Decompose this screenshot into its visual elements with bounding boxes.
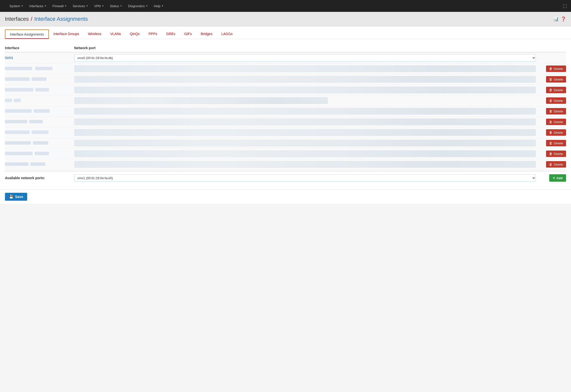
content-area: Interface Network port WAN vmx0 (00:0c:2… [0,39,571,190]
cell-blurred-interface [5,152,74,156]
cell-blurred-netport [74,129,539,136]
cell-wan-netport: vmx0 (00:0c:29:0e:fa:db) vmx1 (00:0c:29:… [74,54,539,62]
delete-button[interactable]: 🗑 Delete [546,65,566,72]
nav-item-diagnostics[interactable]: Diagnostics ▼ [126,3,150,9]
cell-blurred-interface [5,109,74,113]
tab-wireless[interactable]: Wireless [84,29,106,39]
chevron-down-icon: ▼ [86,5,88,7]
cell-blurred-netport [74,87,539,93]
cell-blurred-netport [74,118,539,125]
wan-link[interactable]: WAN [5,56,13,60]
footer-row: Available network ports: vmx1 (00:0c:29:… [5,171,566,185]
trash-icon: 🗑 [549,77,552,81]
cell-wan-interface: WAN [5,56,74,60]
save-button[interactable]: 💾 Save [5,193,27,201]
cell-blurred-action: 🗑 Delete [539,87,566,93]
chevron-down-icon: ▼ [120,5,122,7]
cell-blurred-interface [5,131,74,135]
table-row: 🗑 Delete [5,64,566,74]
save-disk-icon: 💾 [9,195,14,199]
cell-blurred-action: 🗑 Delete [539,65,566,72]
nav-item-help[interactable]: Help ▼ [151,3,166,9]
tab-interface-assignments[interactable]: Interface Assignments [5,29,49,39]
breadcrumb-parent[interactable]: Interfaces [5,16,29,22]
available-port-select-wrapper: vmx1 (00:0c:29:0e:fa:e5) vmx2 (00:0c:29:… [74,174,539,182]
cell-blurred-netport [74,97,539,104]
add-button[interactable]: + Add [549,174,566,182]
table-row: 🗑 Delete [5,95,566,106]
trash-icon: 🗑 [549,99,552,103]
delete-button[interactable]: 🗑 Delete [546,151,566,157]
table-row: 🗑 Delete [5,127,566,138]
delete-button[interactable]: 🗑 Delete [546,119,566,125]
trash-icon: 🗑 [549,162,552,166]
save-bar: 💾 Save [0,190,571,204]
cell-blurred-netport [74,76,539,83]
tab-bridges[interactable]: Bridges [196,29,217,39]
cell-blurred-interface [5,141,74,145]
cell-blurred-interface [5,120,74,124]
cell-blurred-netport [74,140,539,147]
col-header-interface: Interface [5,46,74,50]
tab-gifs[interactable]: GIFs [180,29,196,39]
delete-button[interactable]: 🗑 Delete [546,97,566,104]
cell-blurred-action: 🗑 Delete [539,161,566,168]
trash-icon: 🗑 [549,109,552,113]
chevron-down-icon: ▼ [21,5,23,7]
nav-item-interfaces[interactable]: Interfaces ▼ [27,3,49,9]
delete-button[interactable]: 🗑 Delete [546,108,566,114]
chevron-down-icon: ▼ [44,5,46,7]
available-port-select[interactable]: vmx1 (00:0c:29:0e:fa:e5) vmx2 (00:0c:29:… [74,174,536,182]
table-row: 🗑 Delete [5,159,566,170]
table-row: 🗑 Delete [5,117,566,127]
cell-blurred-interface [5,162,74,167]
table-row-wan: WAN vmx0 (00:0c:29:0e:fa:db) vmx1 (00:0c… [5,52,566,64]
help-icon[interactable]: ❓ [561,16,566,22]
table-row: 🗑 Delete [5,106,566,117]
cell-blurred-netport [74,150,539,157]
nav-item-vpn[interactable]: VPN ▼ [92,3,107,9]
wan-port-select[interactable]: vmx0 (00:0c:29:0e:fa:db) vmx1 (00:0c:29:… [74,54,536,62]
cell-blurred-action: 🗑 Delete [539,151,566,157]
breadcrumb-current: Interface Assignments [34,16,88,22]
signout-icon[interactable]: ⬚ [562,2,568,10]
trash-icon: 🗑 [549,141,552,145]
breadcrumb: Interfaces / Interface Assignments [5,16,88,22]
footer-action: + Add [539,174,566,182]
delete-button[interactable]: 🗑 Delete [546,140,566,146]
delete-button[interactable]: 🗑 Delete [546,76,566,83]
tab-qinqs[interactable]: QinQs [125,29,144,39]
chevron-down-icon: ▼ [102,5,104,7]
delete-button[interactable]: 🗑 Delete [546,129,566,136]
table-row: 🗑 Delete [5,74,566,85]
tab-ppps[interactable]: PPPs [144,29,162,39]
table-row: 🗑 Delete [5,85,566,95]
trash-icon: 🗑 [549,120,552,124]
nav-item-system[interactable]: System ▼ [7,3,26,9]
cell-blurred-action: 🗑 Delete [539,140,566,146]
nav-item-firewall[interactable]: Firewall ▼ [50,3,69,9]
tab-gres[interactable]: GREs [162,29,180,39]
chevron-down-icon: ▼ [146,5,148,7]
cell-blurred-action: 🗑 Delete [539,97,566,104]
cell-blurred-action: 🗑 Delete [539,76,566,83]
tab-vlans[interactable]: VLANs [106,29,126,39]
col-header-netport: Network port [74,46,566,50]
tabs-bar: Interface Assignments Interface Groups W… [0,26,571,39]
nav-item-status[interactable]: Status ▼ [107,3,125,9]
trash-icon: 🗑 [549,88,552,92]
breadcrumb-bar: Interfaces / Interface Assignments 📊 ❓ [0,12,571,26]
cell-blurred-action: 🗑 Delete [539,129,566,136]
tab-interface-groups[interactable]: Interface Groups [49,29,84,39]
cell-blurred-netport [74,108,539,115]
breadcrumb-icons: 📊 ❓ [553,16,566,22]
plus-icon: + [553,176,555,180]
tab-laggs[interactable]: LAGGs [217,29,237,39]
delete-button[interactable]: 🗑 Delete [546,87,566,93]
nav-item-services[interactable]: Services ▼ [70,3,91,9]
delete-button[interactable]: 🗑 Delete [546,161,566,168]
chart-icon[interactable]: 📊 [553,16,559,22]
cell-blurred-interface [5,99,74,103]
cell-blurred-action: 🗑 Delete [539,119,566,125]
navbar: pf Sense COMMUNITY EDITION System ▼ Inte… [0,0,571,12]
